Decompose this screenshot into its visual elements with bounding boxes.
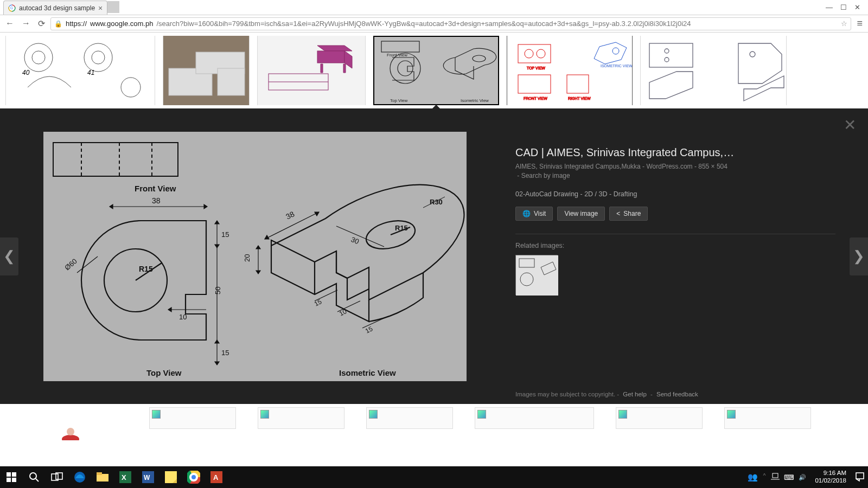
result-thumb[interactable] bbox=[149, 407, 236, 429]
result-thumb[interactable] bbox=[163, 36, 250, 105]
language-icon[interactable]: ⌨ bbox=[784, 473, 794, 481]
file-explorer-icon[interactable] bbox=[91, 466, 114, 488]
result-thumb-selected[interactable]: Front View Top View Isometric View bbox=[373, 36, 499, 105]
action-buttons: 🌐Visit View image <Share bbox=[515, 207, 835, 221]
titlebar: G autocad 3d design sample × — ☐ ✕ bbox=[0, 0, 868, 15]
excel-icon[interactable]: X bbox=[114, 466, 137, 488]
search-icon[interactable] bbox=[23, 466, 46, 488]
viewer-close-icon[interactable]: ✕ bbox=[844, 116, 856, 134]
result-thumb[interactable] bbox=[475, 407, 594, 429]
page-content: 4041 bbox=[0, 33, 868, 466]
results-strip-next bbox=[0, 404, 868, 431]
image-title[interactable]: CAD | AIMES, Srinivas Integrated Campus,… bbox=[515, 146, 835, 159]
svg-rect-15 bbox=[317, 51, 344, 63]
result-thumb[interactable] bbox=[724, 407, 811, 429]
windows-taskbar: X W A 👥 ˄ ⌨ 🔊 9:16 AM 01/02/2018 bbox=[0, 466, 868, 488]
view-image-button[interactable]: View image bbox=[557, 207, 605, 221]
browser-tab[interactable]: G autocad 3d design sample × bbox=[3, 1, 107, 15]
viewer-footer: Images may be subject to copyright. - Ge… bbox=[515, 391, 700, 397]
viewer-info-panel: CAD | AIMES, Srinivas Integrated Campus,… bbox=[510, 108, 868, 404]
result-thumb[interactable]: TOP VIEW FRONT VIEWRIGHT VIEW ISOMETRIC … bbox=[507, 36, 633, 105]
volume-icon[interactable]: 🔊 bbox=[799, 474, 806, 481]
image-results-strip: 4041 bbox=[0, 33, 868, 108]
autocad-icon[interactable]: A bbox=[205, 466, 228, 488]
system-tray: 👥 ˄ ⌨ 🔊 9:16 AM 01/02/2018 bbox=[748, 470, 868, 485]
url-host: www.google.com.ph bbox=[90, 20, 153, 28]
svg-text:41: 41 bbox=[87, 69, 94, 76]
image-source[interactable]: AIMES, Srinivas Integrated Campus,Mukka … bbox=[515, 163, 693, 170]
share-button[interactable]: <Share bbox=[609, 207, 648, 221]
svg-text:RIGHT VIEW: RIGHT VIEW bbox=[568, 97, 591, 100]
address-bar-row: ← → ⟳ 🔒 https://www.google.com.ph/search… bbox=[0, 15, 868, 33]
close-window-icon[interactable]: ✕ bbox=[854, 3, 860, 11]
share-icon: < bbox=[616, 210, 620, 217]
svg-rect-90 bbox=[773, 473, 778, 478]
svg-rect-70 bbox=[12, 478, 16, 482]
sticky-notes-icon[interactable] bbox=[159, 466, 182, 488]
chrome-window: G autocad 3d design sample × — ☐ ✕ ← → ⟳… bbox=[0, 0, 868, 488]
dim: 15 bbox=[221, 349, 229, 357]
clock[interactable]: 9:16 AM 01/02/2018 bbox=[810, 470, 851, 485]
main-image[interactable]: Front View bbox=[43, 132, 467, 381]
edge-icon[interactable] bbox=[68, 466, 91, 488]
chrome-taskbar-icon[interactable] bbox=[182, 466, 205, 488]
minimize-icon[interactable]: — bbox=[826, 3, 833, 11]
copyright-notice: Images may be subject to copyright. bbox=[515, 391, 615, 397]
decorative-avatar-icon bbox=[60, 426, 81, 440]
people-icon[interactable]: 👥 bbox=[748, 472, 758, 482]
omnibox[interactable]: 🔒 https://www.google.com.ph/search?biw=1… bbox=[50, 17, 851, 30]
svg-text:Isometric View: Isometric View bbox=[461, 98, 489, 103]
back-icon[interactable]: ← bbox=[5, 18, 14, 29]
result-thumb[interactable]: 4041 bbox=[5, 36, 155, 105]
svg-text:Front View: Front View bbox=[387, 53, 407, 57]
svg-point-87 bbox=[191, 474, 196, 480]
time-text: 9:16 AM bbox=[815, 470, 846, 477]
top-view-label: Top View bbox=[146, 368, 182, 377]
svg-rect-62 bbox=[516, 255, 558, 296]
result-thumb[interactable] bbox=[366, 407, 453, 429]
chrome-profile-badge[interactable] bbox=[107, 1, 119, 13]
svg-rect-76 bbox=[97, 474, 108, 481]
svg-text:ISOMETRIC VIEW: ISOMETRIC VIEW bbox=[601, 64, 632, 68]
bookmark-star-icon[interactable]: ☆ bbox=[841, 20, 847, 28]
svg-text:G: G bbox=[10, 6, 13, 10]
get-help-link[interactable]: Get help bbox=[623, 391, 646, 397]
dim: 20 bbox=[243, 254, 251, 261]
notifications-icon[interactable] bbox=[855, 472, 865, 483]
related-thumb[interactable] bbox=[515, 255, 558, 295]
result-thumb[interactable] bbox=[640, 36, 787, 105]
dim: R15 bbox=[139, 265, 153, 273]
network-icon[interactable] bbox=[771, 473, 780, 481]
svg-text:A: A bbox=[213, 473, 219, 481]
chrome-menu-icon[interactable]: ≡ bbox=[857, 18, 863, 29]
tray-chevron-icon[interactable]: ˄ bbox=[762, 472, 767, 483]
svg-point-71 bbox=[30, 473, 36, 479]
word-icon[interactable]: W bbox=[137, 466, 159, 488]
image-subtitle: AIMES, Srinivas Integrated Campus,Mukka … bbox=[515, 162, 835, 181]
svg-text:TOP VIEW: TOP VIEW bbox=[527, 66, 545, 70]
send-feedback-link[interactable]: Send feedback bbox=[656, 391, 698, 397]
dim: 10 bbox=[179, 313, 187, 321]
task-view-icon[interactable] bbox=[46, 466, 68, 488]
svg-rect-92 bbox=[856, 473, 864, 479]
prev-arrow-icon[interactable]: ❮ bbox=[0, 237, 18, 275]
start-button[interactable] bbox=[0, 466, 23, 488]
result-thumb[interactable] bbox=[258, 407, 344, 429]
search-by-image-link[interactable]: Search by image bbox=[521, 172, 570, 179]
result-thumb[interactable] bbox=[257, 36, 366, 105]
google-favicon: G bbox=[8, 4, 16, 12]
reload-icon[interactable]: ⟳ bbox=[38, 18, 45, 29]
nav-buttons: ← → ⟳ bbox=[5, 18, 45, 29]
maximize-icon[interactable]: ☐ bbox=[840, 3, 847, 11]
result-thumb[interactable] bbox=[616, 407, 703, 429]
svg-point-65 bbox=[62, 435, 79, 440]
svg-rect-24 bbox=[507, 36, 632, 105]
image-viewer: ❮ ❯ ✕ Front View bbox=[0, 108, 868, 404]
tab-close-icon[interactable]: × bbox=[98, 4, 103, 12]
visit-button[interactable]: 🌐Visit bbox=[515, 207, 553, 221]
next-arrow-icon[interactable]: ❯ bbox=[850, 237, 868, 275]
svg-rect-77 bbox=[97, 472, 102, 475]
related-label: Related images: bbox=[515, 242, 835, 249]
svg-text:FRONT VIEW: FRONT VIEW bbox=[524, 97, 547, 100]
forward-icon[interactable]: → bbox=[22, 18, 30, 29]
